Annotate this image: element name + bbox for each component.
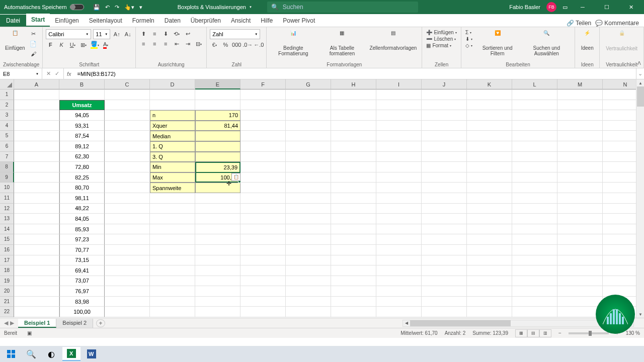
align-top-button[interactable]: ⬆ xyxy=(139,29,148,38)
row-header-10[interactable]: 10 xyxy=(0,183,14,193)
indent-right-button[interactable]: ⇥ xyxy=(183,39,192,48)
cell-J7[interactable] xyxy=(422,152,467,162)
cell-B2[interactable]: Umsatz xyxy=(59,100,105,111)
cell-F11[interactable] xyxy=(240,193,286,204)
cell-A21[interactable] xyxy=(14,297,59,307)
document-title[interactable]: Boxplots & Visualisierungen ▼ xyxy=(178,4,252,10)
cell-D15[interactable] xyxy=(150,234,195,245)
cell-K22[interactable] xyxy=(467,307,512,317)
cell-J6[interactable] xyxy=(422,141,467,152)
cell-F16[interactable] xyxy=(240,245,286,255)
cell-F3[interactable] xyxy=(240,110,286,121)
cell-L1[interactable] xyxy=(512,89,557,100)
cell-A19[interactable] xyxy=(14,276,59,287)
cell-I9[interactable] xyxy=(376,172,422,183)
cell-B18[interactable]: 69,41 xyxy=(59,265,105,276)
cell-D8[interactable]: Min xyxy=(150,162,195,172)
cell-H2[interactable] xyxy=(331,100,376,111)
word-taskbar-button[interactable]: W xyxy=(83,347,101,361)
zoom-out-button[interactable]: − xyxy=(558,330,561,336)
cell-E8[interactable]: 23,39 xyxy=(195,162,240,172)
cell-G17[interactable] xyxy=(286,255,331,266)
column-header-A[interactable]: A xyxy=(14,79,59,89)
task-view-button[interactable]: ◐ xyxy=(42,347,60,361)
cell-B7[interactable]: 62,30 xyxy=(59,152,105,162)
cell-B4[interactable]: 93,31 xyxy=(59,121,105,131)
cell-C12[interactable] xyxy=(105,204,150,214)
excel-taskbar-button[interactable]: X xyxy=(62,347,80,361)
cell-B20[interactable]: 76,97 xyxy=(59,286,105,297)
cell-K5[interactable] xyxy=(467,131,512,141)
cell-L7[interactable] xyxy=(512,152,557,162)
cell-D11[interactable] xyxy=(150,193,195,204)
cell-A13[interactable] xyxy=(14,214,59,224)
tab-layout[interactable]: Seitenlayout xyxy=(84,15,127,27)
cell-J9[interactable] xyxy=(422,172,467,183)
row-header-5[interactable]: 5 xyxy=(0,131,14,141)
cell-I11[interactable] xyxy=(376,193,422,204)
cell-I2[interactable] xyxy=(376,100,422,111)
tab-home[interactable]: Start xyxy=(26,14,50,27)
cell-A4[interactable] xyxy=(14,121,59,131)
cell-B6[interactable]: 89,12 xyxy=(59,141,105,152)
underline-button[interactable]: U▾ xyxy=(68,40,77,49)
cell-A6[interactable] xyxy=(14,141,59,152)
cell-F5[interactable] xyxy=(240,131,286,141)
cell-H1[interactable] xyxy=(331,89,376,100)
cell-C17[interactable] xyxy=(105,255,150,266)
share-button[interactable]: 🔗Teilen xyxy=(567,20,591,27)
tab-help[interactable]: Hilfe xyxy=(256,15,278,27)
row-header-2[interactable]: 2 xyxy=(0,100,14,111)
delete-cells-button[interactable]: ➖Löschen▾ xyxy=(425,36,457,42)
cell-D9[interactable]: Max xyxy=(150,172,195,183)
align-center-button[interactable]: ≡ xyxy=(150,39,159,48)
cell-L2[interactable] xyxy=(512,100,557,111)
column-header-H[interactable]: H xyxy=(331,79,376,89)
increase-decimal-button[interactable]: .0→ xyxy=(243,40,252,49)
cell-M10[interactable] xyxy=(557,183,603,193)
cell-K10[interactable] xyxy=(467,183,512,193)
cell-F22[interactable] xyxy=(240,307,286,317)
cell-M1[interactable] xyxy=(557,89,603,100)
comma-button[interactable]: 000 xyxy=(232,40,241,49)
cell-G16[interactable] xyxy=(286,245,331,255)
cell-K6[interactable] xyxy=(467,141,512,152)
cell-I12[interactable] xyxy=(376,204,422,214)
percent-button[interactable]: % xyxy=(221,40,230,49)
align-middle-button[interactable]: ≡ xyxy=(150,29,159,38)
cell-A15[interactable] xyxy=(14,234,59,245)
cell-H12[interactable] xyxy=(331,204,376,214)
cell-G8[interactable] xyxy=(286,162,331,172)
collapse-ribbon-button[interactable]: ᐱ xyxy=(637,60,641,66)
cell-F20[interactable] xyxy=(240,286,286,297)
cell-M19[interactable] xyxy=(557,276,603,287)
row-header-16[interactable]: 16 xyxy=(0,245,14,255)
cell-J4[interactable] xyxy=(422,121,467,131)
scroll-down-button[interactable]: ▼ xyxy=(637,311,644,318)
row-header-18[interactable]: 18 xyxy=(0,265,14,276)
cell-C5[interactable] xyxy=(105,131,150,141)
cell-K14[interactable] xyxy=(467,224,512,235)
tab-formulas[interactable]: Formeln xyxy=(127,15,159,27)
cell-H8[interactable] xyxy=(331,162,376,172)
cell-G18[interactable] xyxy=(286,265,331,276)
cell-J2[interactable] xyxy=(422,100,467,111)
cell-H13[interactable] xyxy=(331,214,376,224)
fill-color-button[interactable]: 🪣▾ xyxy=(90,40,99,49)
cell-M13[interactable] xyxy=(557,214,603,224)
zoom-level[interactable]: 130 % xyxy=(626,330,640,336)
cell-M3[interactable] xyxy=(557,110,603,121)
cell-C15[interactable] xyxy=(105,234,150,245)
hscroll-left-button[interactable]: ◀ xyxy=(403,321,410,325)
cell-G10[interactable] xyxy=(286,183,331,193)
cell-E5[interactable] xyxy=(195,131,240,141)
cell-B22[interactable]: 100,00 xyxy=(59,307,105,317)
column-header-E[interactable]: E xyxy=(195,79,240,89)
search-box[interactable]: 🔍 Suchen xyxy=(267,2,418,13)
macro-record-icon[interactable]: ▣ xyxy=(27,330,32,336)
column-header-M[interactable]: M xyxy=(557,79,603,89)
cell-E17[interactable] xyxy=(195,255,240,266)
cell-M4[interactable] xyxy=(557,121,603,131)
cell-E21[interactable] xyxy=(195,297,240,307)
cell-B10[interactable]: 80,70 xyxy=(59,183,105,193)
